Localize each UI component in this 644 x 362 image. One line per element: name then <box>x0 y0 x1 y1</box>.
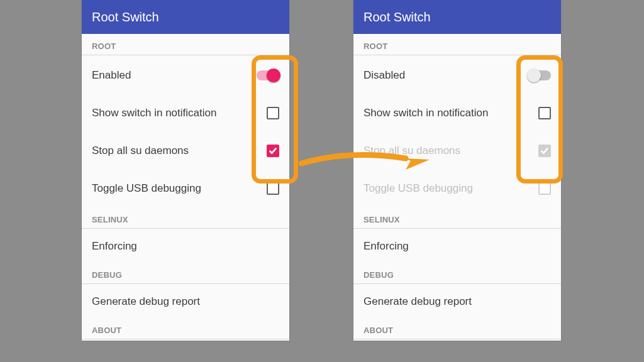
row-stop-su: Stop all su daemons <box>353 132 561 170</box>
row-stop-su-label: Stop all su daemons <box>92 145 189 157</box>
row-stop-su-label: Stop all su daemons <box>364 145 460 157</box>
root-switch[interactable] <box>528 70 551 80</box>
section-debug: DEBUG <box>82 263 289 284</box>
section-root: ROOT <box>353 34 561 55</box>
row-enabled-label: Disabled <box>364 69 405 82</box>
phone-left: Root Switch ROOT Enabled Show switch in … <box>82 0 289 341</box>
row-enforcing[interactable]: Enforcing <box>353 230 561 263</box>
app-title: Root Switch <box>364 10 431 25</box>
row-show-switch[interactable]: Show switch in notification <box>353 94 561 132</box>
root-switch[interactable] <box>257 70 279 80</box>
row-enabled[interactable]: Enabled <box>82 57 289 94</box>
appbar: Root Switch <box>82 0 289 34</box>
row-debug-report[interactable]: Generate debug report <box>82 285 289 318</box>
row-show-switch[interactable]: Show switch in notification <box>82 94 289 132</box>
row-usb[interactable]: Toggle USB debugging <box>82 170 289 207</box>
row-debug-report[interactable]: Generate debug report <box>353 285 561 318</box>
show-switch-checkbox[interactable] <box>538 107 551 119</box>
appbar: Root Switch <box>353 0 561 34</box>
row-stop-su[interactable]: Stop all su daemons <box>82 132 289 170</box>
stop-su-checkbox[interactable] <box>267 145 279 157</box>
usb-checkbox <box>538 182 551 195</box>
row-debug-report-label: Generate debug report <box>364 295 472 308</box>
row-show-switch-label: Show switch in notification <box>364 107 488 119</box>
stop-su-checkbox <box>538 145 551 157</box>
app-title: Root Switch <box>92 10 159 25</box>
show-switch-checkbox[interactable] <box>267 107 279 119</box>
section-root: ROOT <box>82 34 289 55</box>
row-enforcing-label: Enforcing <box>92 240 137 253</box>
row-enabled-label: Enabled <box>92 69 131 82</box>
row-usb: Toggle USB debugging <box>353 170 561 207</box>
section-selinux: SELINUX <box>353 207 561 229</box>
phone-right: Root Switch ROOT Disabled Show switch in… <box>353 0 561 341</box>
section-debug: DEBUG <box>353 263 561 284</box>
switch-knob-icon <box>267 69 280 82</box>
section-selinux: SELINUX <box>82 207 289 229</box>
section-about: ABOUT <box>353 318 561 339</box>
usb-checkbox[interactable] <box>267 182 279 195</box>
row-enforcing[interactable]: Enforcing <box>82 230 289 263</box>
row-usb-label: Toggle USB debugging <box>364 182 473 195</box>
row-enabled[interactable]: Disabled <box>353 57 561 94</box>
row-debug-report-label: Generate debug report <box>92 295 200 308</box>
row-enforcing-label: Enforcing <box>364 240 409 253</box>
switch-knob-icon <box>527 69 541 82</box>
row-usb-label: Toggle USB debugging <box>92 182 201 195</box>
row-show-switch-label: Show switch in notification <box>92 107 216 119</box>
section-about: ABOUT <box>82 318 289 339</box>
